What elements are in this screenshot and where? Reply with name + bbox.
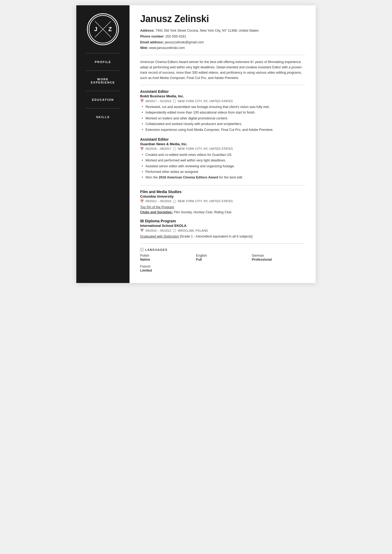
sidebar-section-skills: SKILLS [76,113,130,121]
work-experience-section: Assistant Editor Bobit Business Media, I… [140,89,305,180]
lang-german-name: German [252,254,305,257]
job-1: Assistant Editor Bobit Business Media, I… [140,89,305,132]
sidebar-section-education: EDUCATION [76,96,130,103]
sidebar-label-profile: PROFILE [76,58,130,66]
location-icon-3: ◯ [173,199,176,203]
edu-2-location: WROCLAW, POLAND [178,229,208,232]
edu-1-degree: Film and Media Studies [140,190,305,194]
edu-1-date: 09/2012 – 05/2016 [145,199,171,203]
calendar-icon-1: 📅 [140,99,144,103]
divider-after-profile [140,85,305,85]
languages-subtitle: i LANGUAGES [140,248,305,252]
languages-label: LANGUAGES [145,248,168,251]
lang-english: English Full [196,254,249,261]
languages-grid-main: Polish Native English Full German Profes… [140,254,305,261]
main-content: Janusz Zelinski Address: 7491 Old York S… [130,5,316,283]
lang-french: French Limited [140,265,305,272]
email-label: Email address: [140,40,164,44]
job-1-title: Assistant Editor [140,89,305,94]
job-2-date: 06/2016 – 08/2017 [145,147,171,150]
job-2-title: Assistant Editor [140,137,305,141]
web-row: Web: www.januszzelinski.com [140,45,305,51]
clubs-label: Clubs and Societies: [140,210,173,214]
lang-english-name: English [196,254,249,257]
sidebar: J Z PROFILE WORK EXPERIENCE EDUCATION SK… [76,5,130,283]
phone-row: Phone number: 202-555-0181 [140,34,305,39]
job-1-bullet-3: Worked on trailers and other digital pro… [142,116,305,121]
email-value: januszzelinski@gmail.com [165,40,204,44]
skills-section: i LANGUAGES Polish Native English Full G… [140,248,305,272]
edu-2-note: Graduated with Distinction [Grade 1 - A/… [140,234,305,239]
sidebar-section-profile: PROFILE [76,58,130,66]
sidebar-section-work: WORK EXPERIENCE [76,76,130,86]
job-1-bullet-4: Collaborated and worked closely with pro… [142,122,305,127]
job-2-bullet-4: Performed other duties as assigned. [142,169,305,174]
job-1-bullet-5: Extensive experience using Avid Media Co… [142,127,305,132]
address-label: Address: [140,29,155,32]
address-row: Address: 7491 Old York Street Corona, Ne… [140,28,305,33]
lang-polish: Polish Native [140,254,193,261]
divider-after-header [140,55,305,55]
divider-after-education [140,243,305,244]
job-2-company: Guardian News & Media, Inc. [140,142,305,146]
edu-2-degree: IB Diploma Program [140,219,305,223]
edu-1-note1: Top 5% of the Program [140,205,305,210]
lang-german: German Professional [252,254,305,261]
calendar-icon-2: 📅 [140,147,144,151]
edu-2-meta: 📅 09/2010 – 05/2012 ◯ WROCLAW, POLAND [140,229,305,232]
location-icon-1: ◯ [173,99,176,103]
phone-label: Phone number: [140,35,165,38]
sidebar-divider-skills [86,108,120,109]
edu-1-meta: 📅 09/2012 – 05/2016 ◯ NEW YORK CITY, NY,… [140,199,305,203]
header-section: Janusz Zelinski Address: 7491 Old York S… [140,13,305,51]
calendar-icon-3: 📅 [140,199,144,203]
job-1-date: 08/2017 – 02/2019 [145,99,171,103]
sidebar-divider-profile [86,53,120,53]
profile-section: American Cinema Editors Award winner for… [140,59,305,81]
address-value: 7491 Old York Street Corona, New York Ci… [156,29,259,32]
location-icon-2: ◯ [173,147,176,151]
job-1-location: NEW YORK CITY, NY, UNITED STATES [178,99,233,103]
job-2-bullets: Created and co-edited world news videos … [142,152,305,180]
lang-french-level: Limited [140,269,305,272]
sidebar-label-education: EDUCATION [76,96,130,103]
edu-1-note2: Clubs and Societies: Film Society, Hocke… [140,210,305,215]
job-2-bullet-3: Assisted senior editor with reviewing an… [142,164,305,169]
lang-polish-level: Native [140,258,193,261]
job-2-bullet-5: Won the 2016 American Cinema Editors Awa… [142,175,305,180]
profile-text: American Cinema Editors Award winner for… [140,59,305,81]
edu-2-school: International School EKOLA [140,224,305,228]
graduation-note: Graduated with Distinction [140,235,179,238]
sidebar-label-work: WORK EXPERIENCE [76,76,130,86]
phone-value: 202-555-0181 [165,35,186,38]
resume-document: J Z PROFILE WORK EXPERIENCE EDUCATION SK… [76,5,316,283]
lang-german-level: Professional [252,258,305,261]
job-2-location: NEW YORK CITY, NY, UNITED STATES [178,147,233,150]
job-1-bullets: Reviewed, cut and assembled raw footage … [142,105,305,132]
avatar: J Z [87,13,119,45]
calendar-icon-4: 📅 [140,229,144,232]
job-1-bullet-2: Independently edited more than 100 educa… [142,110,305,115]
job-1-bullet-1: Reviewed, cut and assembled raw footage … [142,105,305,110]
education-section: Film and Media Studies Columbia Universi… [140,190,305,239]
full-name: Janusz Zelinski [140,13,305,24]
edu-1-location: NEW YORK CITY, NY, UNITED STATES [178,199,233,203]
job-2-meta: 📅 06/2016 – 08/2017 ◯ NEW YORK CITY, NY,… [140,147,305,151]
edu-2-date: 09/2010 – 05/2012 [145,229,171,232]
graduation-detail: [Grade 1 - A/excellent equivalent in all… [180,235,252,238]
web-label: Web: [140,46,148,50]
lang-english-level: Full [196,258,249,261]
edu-1-school: Columbia University [140,194,305,198]
edu-1: Film and Media Studies Columbia Universi… [140,190,305,215]
job-2-bullet-1: Created and co-edited world news videos … [142,152,305,157]
web-value: www.januszzelinski.com [149,46,185,50]
sidebar-label-skills: SKILLS [76,113,130,121]
svg-text:Z: Z [108,26,112,32]
clubs-value: Film Society, Hockey Club, Riding Club [174,210,231,214]
svg-text:J: J [94,26,97,32]
divider-after-work [140,185,305,185]
location-icon-4: ◯ [173,229,176,232]
sidebar-divider-work [86,70,120,71]
lang-french-name: French [140,265,305,268]
contact-info: Address: 7491 Old York Street Corona, Ne… [140,28,305,51]
